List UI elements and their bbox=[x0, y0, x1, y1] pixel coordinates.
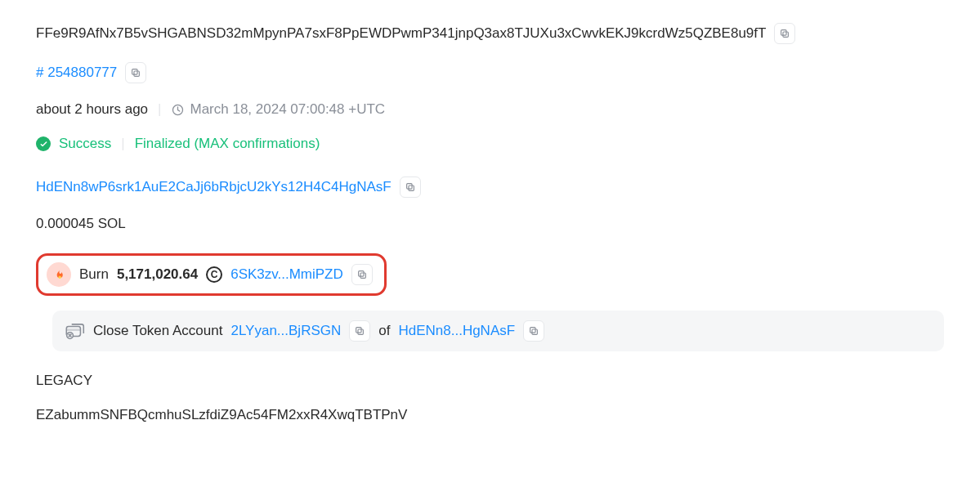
separator: | bbox=[156, 101, 163, 118]
svg-rect-5 bbox=[409, 185, 414, 190]
token-coin-icon: C bbox=[206, 266, 222, 283]
fire-icon bbox=[52, 267, 66, 283]
tx-fee: 0.000045 SOL bbox=[36, 216, 126, 232]
tx-version: LEGACY bbox=[36, 373, 92, 389]
close-owner-link[interactable]: HdENn8...HgNAsF bbox=[398, 323, 515, 339]
copy-icon bbox=[130, 67, 141, 78]
svg-rect-1 bbox=[781, 30, 786, 35]
svg-rect-3 bbox=[132, 69, 137, 74]
address-lookup-table: EZabummSNFBQcmhuSLzfdiZ9Ac54FM2xxR4XwqTB… bbox=[36, 407, 407, 423]
separator: | bbox=[119, 136, 126, 152]
copy-burn-token-button[interactable] bbox=[351, 264, 373, 285]
copy-icon bbox=[779, 28, 790, 39]
close-label: Close Token Account bbox=[93, 323, 222, 339]
slot-number: 254880777 bbox=[47, 65, 117, 80]
tx-signature: FFe9R9AfNx7B5vSHGABNSD32mMpynPA7sxF8PpEW… bbox=[36, 25, 766, 42]
slot-prefix: # bbox=[36, 65, 47, 80]
svg-rect-10 bbox=[66, 328, 80, 331]
burn-label: Burn bbox=[79, 266, 109, 283]
copy-icon bbox=[356, 269, 368, 280]
slot-link[interactable]: # 254880777 bbox=[36, 65, 117, 81]
copy-signature-button[interactable] bbox=[774, 23, 795, 44]
clock-icon bbox=[171, 103, 185, 117]
burn-token-link[interactable]: 6SK3zv...MmiPZD bbox=[230, 266, 343, 283]
svg-rect-12 bbox=[358, 329, 363, 334]
svg-rect-6 bbox=[406, 184, 411, 189]
svg-rect-14 bbox=[532, 329, 537, 334]
svg-rect-15 bbox=[530, 328, 535, 333]
close-token-account-row: Close Token Account 2LYyan...BjRSGN of H… bbox=[52, 311, 944, 351]
tx-timestamp: March 18, 2024 07:00:48 +UTC bbox=[190, 101, 385, 118]
copy-slot-button[interactable] bbox=[125, 62, 146, 83]
close-account-link[interactable]: 2LYyan...BjRSGN bbox=[230, 323, 341, 339]
copy-icon bbox=[528, 325, 539, 337]
svg-rect-13 bbox=[356, 328, 361, 333]
tx-age: about 2 hours ago bbox=[36, 101, 148, 118]
timestamp-group: March 18, 2024 07:00:48 +UTC bbox=[171, 101, 385, 118]
svg-rect-2 bbox=[134, 71, 139, 76]
copy-icon bbox=[405, 181, 416, 193]
close-account-icon bbox=[65, 322, 85, 340]
copy-fee-payer-button[interactable] bbox=[400, 177, 421, 198]
fee-payer-link[interactable]: HdENn8wP6srk1AuE2CaJj6bRbjcU2kYs12H4C4Hg… bbox=[36, 179, 392, 195]
close-of: of bbox=[378, 323, 390, 339]
svg-rect-7 bbox=[360, 273, 365, 278]
svg-rect-0 bbox=[783, 32, 788, 37]
tx-status: Success bbox=[59, 136, 111, 152]
fire-badge bbox=[47, 262, 71, 287]
copy-close-account-button[interactable] bbox=[349, 320, 370, 342]
tx-confirmations: Finalized (MAX confirmations) bbox=[135, 136, 320, 152]
burn-amount: 5,171,020.64 bbox=[117, 266, 198, 283]
copy-close-owner-button[interactable] bbox=[523, 320, 544, 342]
svg-rect-8 bbox=[358, 271, 363, 276]
check-icon bbox=[39, 140, 48, 149]
burn-highlight: Burn 5,171,020.64 C 6SK3zv...MmiPZD bbox=[36, 253, 387, 296]
success-badge bbox=[36, 136, 51, 151]
copy-icon bbox=[354, 325, 365, 337]
